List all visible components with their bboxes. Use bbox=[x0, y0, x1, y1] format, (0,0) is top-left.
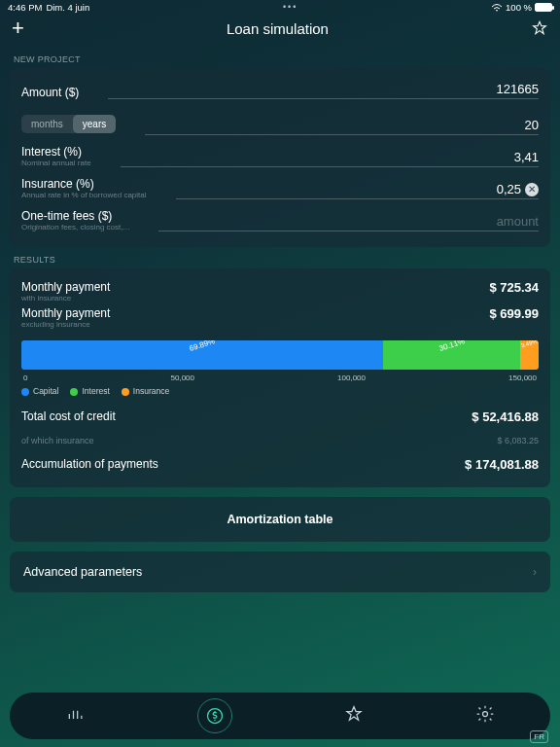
mp-with-label: Monthly payment bbox=[21, 280, 110, 294]
of-ins-value: $ 6,083.25 bbox=[497, 436, 539, 445]
amortization-button[interactable]: Amortization table bbox=[10, 497, 550, 542]
status-bar: 4:46 PM Dim. 4 juin ••• 100 % bbox=[0, 0, 560, 14]
status-date: Dim. 4 juin bbox=[46, 2, 89, 13]
bar-insurance: 3.49% bbox=[520, 340, 539, 370]
tick: 150,000 bbox=[508, 374, 537, 382]
battery-percent: 100 % bbox=[506, 2, 532, 13]
add-button[interactable]: + bbox=[12, 18, 24, 39]
interest-sub: Nominal annual rate bbox=[21, 160, 91, 167]
accum-label: Accumulation of payments bbox=[21, 457, 158, 472]
mp-wo-label: Monthly payment bbox=[21, 306, 110, 320]
bar-interest: 30.11% bbox=[383, 340, 521, 370]
advanced-params-button[interactable]: Advanced parameters › bbox=[10, 551, 550, 592]
fees-input[interactable]: amount bbox=[158, 214, 539, 231]
locale-badge[interactable]: FR bbox=[530, 730, 548, 743]
battery-icon bbox=[535, 3, 552, 12]
section-new-project: NEW PROJECT bbox=[0, 47, 560, 68]
tcc-label: Total cost of credit bbox=[21, 409, 116, 424]
mp-with-sub: with insurance bbox=[21, 294, 110, 302]
tick: 0 bbox=[23, 374, 27, 382]
legend-insurance: Insurance bbox=[122, 386, 169, 396]
amount-label: Amount ($) bbox=[21, 86, 79, 99]
tab-compare[interactable] bbox=[66, 704, 86, 728]
legend-interest: Interest bbox=[70, 386, 109, 396]
svg-point-0 bbox=[207, 709, 222, 724]
interest-input[interactable]: 3,41 bbox=[121, 150, 539, 167]
accum-value: $ 174,081.88 bbox=[465, 457, 539, 472]
seg-months[interactable]: months bbox=[21, 115, 73, 133]
results-card: Monthly paymentwith insurance $ 725.34 M… bbox=[10, 268, 550, 487]
multitask-dots: ••• bbox=[283, 2, 298, 12]
wifi-icon bbox=[491, 3, 503, 12]
mp-wo-sub: excluding insurance bbox=[21, 320, 110, 329]
advanced-label: Advanced parameters bbox=[23, 565, 142, 579]
fees-sub: Origination fees, closing cost,... bbox=[21, 224, 129, 231]
tab-loan[interactable] bbox=[197, 698, 232, 733]
tab-favorites[interactable] bbox=[344, 704, 364, 728]
duration-input[interactable]: 20 bbox=[145, 118, 539, 135]
tcc-value: $ 52,416.88 bbox=[472, 409, 539, 424]
breakdown-chart: 69.89% 30.11% 3.49% 0 50,000 100,000 150… bbox=[21, 340, 539, 396]
legend-capital: Capital bbox=[21, 386, 58, 396]
page-title: Loan simulation bbox=[227, 20, 329, 37]
seg-years[interactable]: years bbox=[73, 115, 116, 133]
interest-label: Interest (%) bbox=[21, 145, 91, 159]
amount-input[interactable]: 121665 bbox=[108, 82, 539, 99]
section-results: RESULTS bbox=[0, 247, 560, 268]
chevron-right-icon: › bbox=[533, 565, 537, 579]
favorite-button[interactable] bbox=[531, 19, 548, 37]
inputs-card: Amount ($) 121665 months years 20 Intere… bbox=[10, 68, 550, 247]
tab-bar bbox=[10, 693, 550, 739]
bar-capital: 69.89% bbox=[21, 340, 383, 370]
mp-with-value: $ 725.34 bbox=[489, 280, 539, 295]
status-time: 4:46 PM bbox=[8, 2, 42, 13]
svg-point-1 bbox=[482, 712, 487, 717]
nav-bar: + Loan simulation bbox=[0, 14, 560, 47]
tick: 100,000 bbox=[337, 374, 366, 382]
duration-unit-segment[interactable]: months years bbox=[21, 115, 116, 133]
of-ins-label: of which insurance bbox=[21, 436, 94, 445]
insurance-sub: Annual rate in % of borrowed capital bbox=[21, 192, 147, 199]
clear-insurance-icon[interactable]: ✕ bbox=[525, 183, 539, 196]
fees-label: One-time fees ($) bbox=[21, 209, 129, 223]
tick: 50,000 bbox=[171, 374, 194, 382]
tab-settings[interactable] bbox=[475, 704, 495, 728]
insurance-input[interactable]: 0,25 bbox=[176, 182, 539, 199]
mp-wo-value: $ 699.99 bbox=[489, 306, 539, 321]
insurance-label: Insurance (%) bbox=[21, 177, 147, 191]
